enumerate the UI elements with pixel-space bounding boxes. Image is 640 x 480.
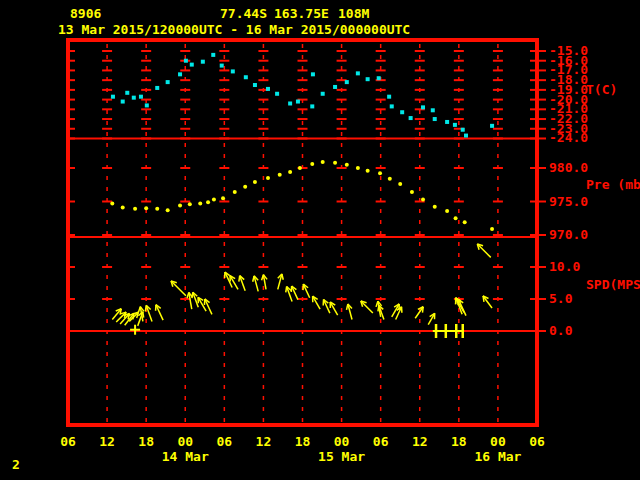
- pressure-point: [321, 160, 325, 164]
- pressure-point: [198, 202, 202, 206]
- pressure-point: [253, 180, 257, 184]
- pressure-point: [366, 169, 370, 173]
- temperature-point: [132, 96, 136, 100]
- y-tick-label: 0.0: [549, 324, 572, 337]
- pressure-point: [243, 185, 247, 189]
- x-date-label: 16 Mar: [474, 450, 522, 463]
- x-tick-label: 06: [513, 435, 561, 448]
- temperature-point: [253, 83, 257, 87]
- wind-arrow-shaft: [171, 281, 186, 296]
- pressure-point: [233, 190, 237, 194]
- temperature-point: [390, 104, 394, 108]
- pressure-point: [398, 182, 402, 186]
- temperature-point: [155, 86, 159, 90]
- y-tick-label: 980.0: [549, 161, 588, 174]
- pressure-point: [188, 202, 192, 206]
- temperature-point: [125, 91, 129, 95]
- x-date-label: 15 Mar: [318, 450, 366, 463]
- temperature-point: [333, 85, 337, 89]
- pressure-point: [454, 216, 458, 220]
- temperature-point: [445, 120, 449, 124]
- y-tick-label: 5.0: [549, 292, 572, 305]
- temperature-point: [190, 63, 194, 67]
- pressure-point: [178, 204, 182, 208]
- wind-arrow-head: [282, 274, 283, 280]
- pressure-point: [221, 196, 225, 200]
- y-axis-unit-label: Pre (mb): [586, 178, 640, 191]
- pressure-point: [121, 206, 125, 210]
- pressure-point: [288, 170, 292, 174]
- pressure-point: [298, 166, 302, 170]
- temperature-point: [387, 95, 391, 99]
- temperature-point: [288, 101, 292, 105]
- pressure-point: [110, 202, 114, 206]
- temperature-point: [244, 75, 248, 79]
- temperature-point: [266, 87, 270, 91]
- pressure-point: [421, 197, 425, 201]
- temperature-point: [356, 71, 360, 75]
- wind-arrow-head: [422, 307, 423, 313]
- temperature-point: [366, 77, 370, 81]
- pressure-point: [144, 206, 148, 210]
- temperature-point: [139, 95, 143, 99]
- pressure-point: [155, 207, 159, 211]
- temperature-point: [145, 103, 149, 107]
- temperature-point: [461, 128, 465, 132]
- temperature-point: [275, 92, 279, 96]
- y-axis-unit-label: SPD(MPS): [586, 278, 640, 291]
- temperature-point: [321, 92, 325, 96]
- x-date-label: 14 Mar: [161, 450, 209, 463]
- pressure-point: [410, 190, 414, 194]
- meteogram-plot-canvas: [0, 0, 640, 480]
- pressure-point: [445, 209, 449, 213]
- temperature-point: [201, 60, 205, 64]
- temperature-point: [453, 123, 457, 127]
- pressure-point: [266, 176, 270, 180]
- temperature-point: [211, 53, 215, 57]
- pressure-point: [388, 177, 392, 181]
- y-tick-label: 970.0: [549, 228, 588, 241]
- page-number: 2: [12, 458, 20, 471]
- temperature-point: [121, 100, 125, 104]
- temperature-point: [377, 76, 381, 80]
- temperature-point: [311, 72, 315, 76]
- pressure-point: [490, 227, 494, 231]
- pressure-point: [333, 161, 337, 165]
- temperature-point: [310, 104, 314, 108]
- y-axis-unit-label: T(C): [586, 83, 617, 96]
- pressure-point: [356, 166, 360, 170]
- temperature-point: [400, 110, 404, 114]
- wind-arrow-shaft: [361, 301, 373, 313]
- wind-arrow-shaft: [477, 244, 490, 257]
- pressure-point: [133, 207, 137, 211]
- meteogram-screen: 8906 77.44S 163.75E 108M 13 Mar 2015/120…: [0, 0, 640, 480]
- temperature-point: [166, 80, 170, 84]
- y-tick-label: 10.0: [549, 260, 580, 273]
- temperature-point: [111, 95, 115, 99]
- pressure-point: [345, 163, 349, 167]
- temperature-point: [490, 124, 494, 128]
- temperature-point: [409, 116, 413, 120]
- pressure-point: [212, 197, 216, 201]
- temperature-point: [296, 100, 300, 104]
- pressure-point: [433, 205, 437, 209]
- temperature-point: [184, 59, 188, 63]
- temperature-point: [464, 134, 468, 138]
- temperature-point: [431, 108, 435, 112]
- y-tick-label: -24.0: [549, 131, 588, 144]
- pressure-point: [278, 173, 282, 177]
- pressure-point: [310, 162, 314, 166]
- pressure-point: [166, 208, 170, 212]
- temperature-point: [433, 117, 437, 121]
- pressure-point: [206, 200, 210, 204]
- temperature-point: [220, 64, 224, 68]
- wind-arrow-head: [143, 312, 144, 318]
- pressure-point: [463, 220, 467, 224]
- temperature-point: [345, 80, 349, 84]
- y-tick-label: 975.0: [549, 195, 588, 208]
- temperature-point: [178, 72, 182, 76]
- temperature-point: [231, 69, 235, 73]
- pressure-point: [378, 171, 382, 175]
- temperature-point: [421, 105, 425, 109]
